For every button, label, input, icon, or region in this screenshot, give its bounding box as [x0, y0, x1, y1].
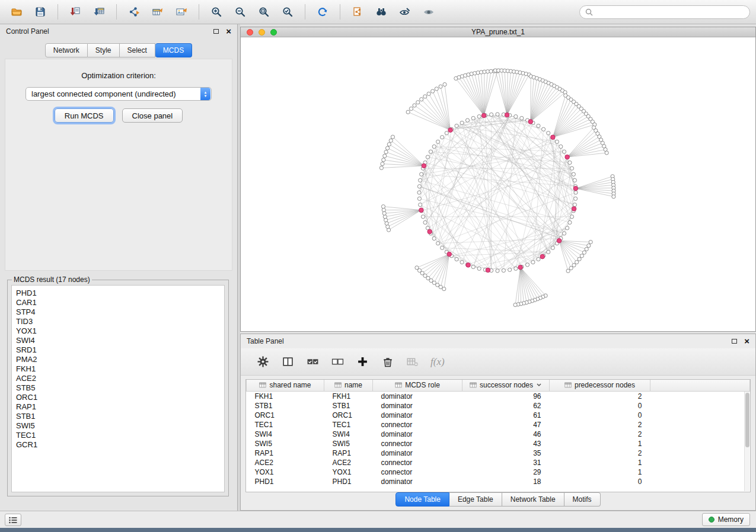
table-cell-successors[interactable]: 46: [462, 430, 550, 439]
table-cell-role[interactable]: dominator: [373, 430, 462, 439]
mcds-result-item[interactable]: STP4: [16, 307, 224, 317]
search-box[interactable]: [579, 5, 750, 19]
tab-edge-table[interactable]: Edge Table: [449, 492, 502, 507]
share-document-button[interactable]: [347, 3, 368, 21]
table-row[interactable]: TEC1TEC1connector472: [247, 420, 750, 430]
deselect-all-button[interactable]: [328, 354, 346, 370]
table-cell-name[interactable]: PHD1: [324, 477, 373, 486]
table-cell-name[interactable]: SWI4: [324, 430, 373, 439]
mcds-result-item[interactable]: PHD1: [16, 289, 224, 298]
table-cell-role[interactable]: dominator: [373, 401, 462, 411]
close-panel-button[interactable]: Close panel: [122, 108, 183, 123]
mcds-result-item[interactable]: FKH1: [16, 364, 224, 374]
import-table-button[interactable]: [88, 3, 110, 21]
scrollbar-thumb[interactable]: [745, 393, 749, 447]
mcds-result-item[interactable]: PMA2: [16, 355, 224, 364]
table-cell-shared-name[interactable]: TEC1: [247, 420, 324, 430]
export-network-button[interactable]: [123, 3, 145, 21]
table-cell-shared-name[interactable]: ACE2: [247, 458, 324, 467]
table-cell-name[interactable]: ORC1: [324, 411, 373, 420]
refresh-button[interactable]: [312, 3, 333, 21]
table-cell-successors[interactable]: 47: [462, 420, 550, 430]
table-cell-shared-name[interactable]: YOX1: [247, 467, 324, 477]
table-cell-shared-name[interactable]: RAP1: [247, 448, 324, 458]
close-table-panel-icon[interactable]: ×: [744, 338, 749, 345]
delete-column-button[interactable]: [378, 354, 396, 370]
table-cell-shared-name[interactable]: SWI4: [247, 430, 324, 439]
table-cell-name[interactable]: SWI5: [324, 439, 373, 448]
window-close-icon[interactable]: [247, 29, 253, 36]
delete-table-button-disabled[interactable]: [403, 354, 421, 370]
mcds-result-item[interactable]: CAR1: [16, 298, 224, 307]
show-columns-button[interactable]: [279, 354, 296, 370]
show-hide-button[interactable]: [418, 3, 439, 21]
mcds-result-item[interactable]: TID3: [16, 317, 224, 326]
table-cell-shared-name[interactable]: FKH1: [247, 391, 324, 401]
table-cell-role[interactable]: connector: [373, 467, 462, 477]
table-row[interactable]: SWI4SWI4dominator462: [247, 430, 750, 439]
column-header-mcds-role[interactable]: MCDS role: [373, 380, 462, 391]
table-cell-role[interactable]: dominator: [373, 411, 462, 420]
table-cell-name[interactable]: FKH1: [324, 391, 373, 401]
tab-mcds[interactable]: MCDS: [155, 43, 192, 57]
save-session-button[interactable]: [30, 3, 51, 21]
table-row[interactable]: FKH1FKH1dominator962: [247, 391, 750, 401]
visibility-button[interactable]: [394, 3, 416, 21]
zoom-fit-button[interactable]: [253, 3, 275, 21]
zoom-out-button[interactable]: [229, 3, 251, 21]
table-cell-predecessors[interactable]: 1: [550, 439, 650, 448]
tab-network[interactable]: Network: [45, 43, 88, 57]
mcds-result-item[interactable]: STB5: [16, 383, 224, 393]
table-cell-name[interactable]: ACE2: [324, 458, 373, 467]
table-row[interactable]: ACE2ACE2connector311: [247, 458, 750, 467]
network-window-titlebar[interactable]: YPA_prune.txt_1: [241, 27, 755, 37]
table-cell-successors[interactable]: 35: [462, 448, 550, 458]
tab-motifs[interactable]: Motifs: [564, 492, 601, 507]
table-cell-predecessors[interactable]: 0: [550, 477, 650, 486]
table-cell-shared-name[interactable]: PHD1: [247, 477, 324, 486]
close-panel-icon[interactable]: ×: [226, 28, 231, 35]
table-cell-role[interactable]: connector: [373, 420, 462, 430]
table-cell-predecessors[interactable]: 2: [550, 420, 650, 430]
table-cell-successors[interactable]: 96: [462, 391, 550, 401]
table-cell-successors[interactable]: 61: [462, 411, 550, 420]
table-row[interactable]: RAP1RAP1dominator352: [247, 448, 750, 458]
table-cell-shared-name[interactable]: STB1: [247, 401, 324, 411]
export-table-button[interactable]: [147, 3, 168, 21]
table-cell-successors[interactable]: 43: [462, 439, 550, 448]
table-cell-successors[interactable]: 62: [462, 401, 550, 411]
table-cell-shared-name[interactable]: ORC1: [247, 411, 324, 420]
table-cell-predecessors[interactable]: 1: [550, 458, 650, 467]
mcds-result-item[interactable]: ACE2: [16, 374, 224, 383]
table-cell-role[interactable]: connector: [373, 458, 462, 467]
table-cell-shared-name[interactable]: SWI5: [247, 439, 324, 448]
tab-style[interactable]: Style: [88, 43, 120, 57]
add-column-button[interactable]: [353, 354, 371, 370]
zoom-in-button[interactable]: [206, 3, 227, 21]
column-header-shared-name[interactable]: shared name: [247, 380, 324, 391]
select-all-button[interactable]: [304, 354, 321, 370]
table-row[interactable]: YOX1YOX1connector291: [247, 467, 750, 477]
mcds-result-item[interactable]: SWI5: [16, 421, 224, 431]
table-cell-role[interactable]: dominator: [373, 391, 462, 401]
table-row[interactable]: SWI5SWI5connector431: [247, 439, 750, 448]
table-row[interactable]: STB1STB1dominator620: [247, 401, 750, 411]
run-mcds-button[interactable]: Run MCDS: [55, 108, 114, 123]
table-cell-predecessors[interactable]: 2: [550, 448, 650, 458]
status-menu-button[interactable]: [5, 514, 21, 526]
window-minimize-icon[interactable]: [259, 29, 265, 36]
mcds-result-item[interactable]: RAP1: [16, 402, 224, 412]
table-cell-successors[interactable]: 31: [462, 458, 550, 467]
table-cell-name[interactable]: YOX1: [324, 467, 373, 477]
network-graph[interactable]: [241, 37, 755, 331]
import-network-button[interactable]: [65, 3, 86, 21]
window-maximize-icon[interactable]: [270, 29, 277, 36]
mcds-result-item[interactable]: SWI4: [16, 336, 224, 345]
table-settings-button[interactable]: [254, 354, 272, 370]
mcds-result-item[interactable]: STB1: [16, 412, 224, 421]
table-scrollbar[interactable]: [744, 392, 749, 491]
mcds-result-list[interactable]: PHD1CAR1STP4TID3YOX1SWI4SRD1PMA2FKH1ACE2…: [11, 285, 225, 492]
mcds-result-item[interactable]: TEC1: [16, 431, 224, 440]
open-file-button[interactable]: [6, 3, 27, 21]
tab-select[interactable]: Select: [120, 43, 155, 57]
